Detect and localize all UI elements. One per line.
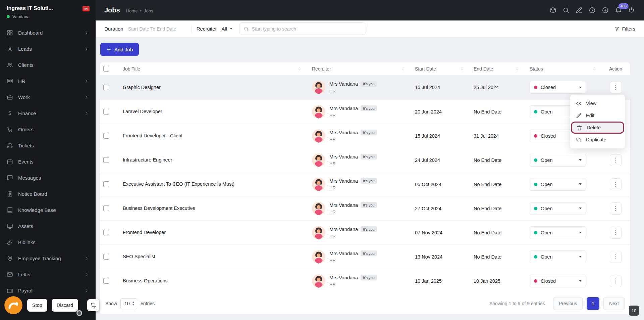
clock-icon[interactable] [589, 7, 596, 14]
sidebar-item-clients[interactable]: Clients [0, 57, 96, 73]
recorder-logo-icon[interactable] [4, 296, 23, 315]
finance-icon [7, 110, 13, 117]
sidebar-item-tickets[interactable]: Tickets [0, 137, 96, 153]
sort-icon[interactable] [297, 66, 302, 71]
status-select[interactable]: Closed [530, 81, 586, 94]
sidebar-item-hr[interactable]: HR [0, 73, 96, 89]
sort-icon[interactable] [592, 66, 597, 71]
its-you-badge: It's you [361, 202, 377, 208]
status-select[interactable]: Open [530, 178, 586, 191]
start-date: 27 Oct 2024 [410, 196, 469, 220]
status-select[interactable]: Open [530, 250, 586, 263]
search-icon[interactable] [562, 7, 570, 14]
recruiter-avatar [312, 81, 325, 94]
row-checkbox[interactable] [103, 205, 109, 211]
row-checkbox[interactable] [103, 133, 109, 139]
status-select[interactable]: Closed [530, 275, 586, 287]
row-checkbox[interactable] [103, 157, 109, 163]
breadcrumb-home[interactable]: Home [126, 8, 138, 13]
package-icon[interactable] [549, 7, 556, 14]
sidebar-item-work[interactable]: Work [0, 89, 96, 105]
row-actions-button[interactable]: ⋮ [610, 178, 622, 190]
row-checkbox[interactable] [103, 109, 109, 115]
its-you-badge: It's you [361, 226, 377, 232]
recorder-handle-dot[interactable] [76, 310, 82, 316]
recruiter-name: Mrs Vandana [329, 130, 358, 135]
power-icon[interactable] [628, 7, 635, 14]
sidebar-item-notice-board[interactable]: Notice Board [0, 186, 96, 202]
row-checkbox[interactable] [103, 254, 109, 260]
recruiter-name: Mrs Vandana [329, 154, 358, 159]
table-body: Graphic Designer Mrs Vandana It's you HR… [100, 75, 630, 293]
page-size-select[interactable]: 10 ▲▼ [120, 298, 137, 309]
select-all-checkbox[interactable] [103, 66, 109, 72]
filters-button[interactable]: Filters [614, 26, 635, 32]
sidebar-nav: Dashboard Leads Clients HR Work Finance … [0, 25, 96, 299]
plus-icon[interactable] [602, 7, 609, 14]
sidebar-item-biolinks[interactable]: Biolinks [0, 234, 96, 250]
edit-icon [576, 113, 582, 119]
sidebar-item-finance[interactable]: Finance [0, 105, 96, 121]
row-actions-button[interactable]: ⋮ [610, 81, 622, 93]
sidebar-item-leads[interactable]: Leads [0, 41, 96, 57]
discard-recording-button[interactable]: Discard [52, 299, 78, 312]
start-date: 20 Jun 2024 [410, 100, 469, 124]
menu-item-edit[interactable]: Edit [570, 109, 625, 122]
leads-icon [7, 46, 13, 52]
sort-icon[interactable] [515, 66, 520, 71]
row-checkbox[interactable] [103, 230, 109, 235]
row-checkbox[interactable] [103, 278, 109, 284]
assets-icon [7, 223, 13, 229]
row-checkbox[interactable] [103, 85, 109, 90]
sidebar-item-employee-tracking[interactable]: Employee Tracking [0, 250, 96, 266]
recruiter-name: Mrs Vandana [329, 81, 358, 87]
status-dot [534, 134, 537, 138]
row-actions-button[interactable]: ⋮ [610, 275, 622, 287]
row-actions-button[interactable]: ⋮ [610, 251, 622, 263]
row-checkbox[interactable] [103, 181, 109, 187]
status-select[interactable]: Open [530, 226, 586, 239]
sidebar-item-knowledge-base[interactable]: Knowledge Base [0, 202, 96, 218]
stop-recording-button[interactable]: Stop [27, 299, 47, 312]
sidebar-item-letter[interactable]: Letter [0, 266, 96, 282]
company-name[interactable]: Ingress IT Soluti... [7, 5, 53, 11]
status-dot [534, 183, 537, 186]
chevron-right-icon [84, 272, 89, 277]
sidebar-item-assets[interactable]: Assets [0, 218, 96, 234]
recruiter-department: HR [329, 137, 377, 142]
tickets-icon [7, 142, 13, 149]
notes-icon[interactable] [576, 7, 583, 14]
current-page-button[interactable]: 1 [587, 297, 599, 310]
status-select[interactable]: Open [530, 202, 586, 215]
its-you-badge: It's you [361, 178, 377, 184]
recruiter-filter-select[interactable]: All [222, 26, 232, 32]
start-date: 13 Nov 2024 [410, 245, 469, 269]
sidebar-item-events[interactable]: Events [0, 153, 96, 170]
row-actions-button[interactable]: ⋮ [610, 154, 622, 166]
recruiter-name: Mrs Vandana [329, 202, 358, 208]
row-actions-button[interactable]: ⋮ [610, 202, 622, 215]
menu-item-delete[interactable]: Delete [571, 122, 624, 134]
user-name: Vandana [12, 14, 30, 19]
previous-page-button[interactable]: Previous [553, 297, 583, 310]
status-dot [534, 279, 537, 283]
trash-icon [577, 125, 582, 131]
bell-icon[interactable]: 405 [615, 7, 622, 14]
sort-icon[interactable] [401, 66, 406, 71]
sidebar-item-dashboard[interactable]: Dashboard [0, 25, 96, 41]
duration-input[interactable] [128, 26, 187, 32]
row-actions-button[interactable]: ⋮ [610, 227, 622, 239]
menu-item-view[interactable]: View [570, 97, 625, 109]
caret-down-icon [579, 208, 582, 209]
swap-button[interactable] [87, 299, 99, 311]
menu-item-duplicate[interactable]: Duplicate [570, 134, 625, 146]
start-date: 10 Jan 2025 [410, 269, 469, 293]
sidebar-item-orders[interactable]: Orders [0, 121, 96, 137]
recruiter-avatar [312, 153, 325, 167]
sort-icon[interactable] [460, 66, 464, 71]
add-job-button[interactable]: Add Job [100, 43, 139, 56]
next-page-button[interactable]: Next [603, 297, 625, 310]
status-select[interactable]: Open [530, 154, 586, 167]
search-input[interactable] [252, 26, 362, 32]
sidebar-item-messages[interactable]: Messages [0, 170, 96, 186]
